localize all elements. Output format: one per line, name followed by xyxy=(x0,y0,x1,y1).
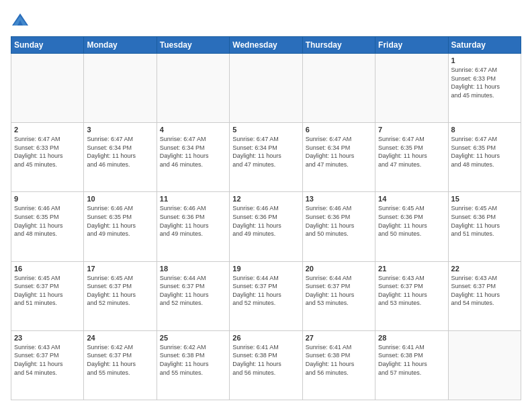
day-number: 15 xyxy=(451,195,518,203)
day-info: Sunrise: 6:47 AM Sunset: 6:35 PM Dayligh… xyxy=(378,135,445,169)
day-number: 27 xyxy=(306,334,372,342)
day-number: 4 xyxy=(160,126,226,134)
day-number: 17 xyxy=(87,265,153,273)
calendar-cell: 14Sunrise: 6:45 AM Sunset: 6:36 PM Dayli… xyxy=(375,192,448,261)
calendar-cell: 24Sunrise: 6:42 AM Sunset: 6:37 PM Dayli… xyxy=(84,330,157,400)
calendar-cell: 20Sunrise: 6:44 AM Sunset: 6:37 PM Dayli… xyxy=(302,261,375,330)
day-info: Sunrise: 6:43 AM Sunset: 6:37 PM Dayligh… xyxy=(451,274,518,308)
day-number: 19 xyxy=(232,265,299,273)
calendar-cell: 21Sunrise: 6:43 AM Sunset: 6:37 PM Dayli… xyxy=(375,261,448,330)
day-info: Sunrise: 6:47 AM Sunset: 6:34 PM Dayligh… xyxy=(160,135,226,169)
day-info: Sunrise: 6:47 AM Sunset: 6:33 PM Dayligh… xyxy=(451,66,518,99)
calendar-cell xyxy=(84,54,157,123)
calendar-cell: 26Sunrise: 6:41 AM Sunset: 6:38 PM Dayli… xyxy=(230,330,302,400)
calendar-cell: 18Sunrise: 6:44 AM Sunset: 6:37 PM Dayli… xyxy=(157,261,229,330)
day-info: Sunrise: 6:46 AM Sunset: 6:36 PM Dayligh… xyxy=(306,204,372,238)
week-row-4: 23Sunrise: 6:43 AM Sunset: 6:37 PM Dayli… xyxy=(11,330,521,400)
day-number: 22 xyxy=(451,265,518,273)
calendar-cell: 17Sunrise: 6:45 AM Sunset: 6:37 PM Dayli… xyxy=(84,261,157,330)
calendar-cell: 12Sunrise: 6:46 AM Sunset: 6:36 PM Dayli… xyxy=(230,192,302,261)
week-row-3: 16Sunrise: 6:45 AM Sunset: 6:37 PM Dayli… xyxy=(11,261,521,330)
day-number: 2 xyxy=(14,126,81,134)
calendar-cell xyxy=(375,54,448,123)
calendar-table: SundayMondayTuesdayWednesdayThursdayFrid… xyxy=(11,36,521,400)
day-number: 10 xyxy=(87,195,153,203)
calendar-cell: 9Sunrise: 6:46 AM Sunset: 6:35 PM Daylig… xyxy=(11,192,84,261)
day-number: 26 xyxy=(232,334,299,342)
day-info: Sunrise: 6:47 AM Sunset: 6:33 PM Dayligh… xyxy=(14,135,81,169)
calendar-cell xyxy=(11,54,84,123)
calendar-cell: 19Sunrise: 6:44 AM Sunset: 6:37 PM Dayli… xyxy=(230,261,302,330)
weekday-header-thursday: Thursday xyxy=(302,37,375,54)
calendar-cell: 15Sunrise: 6:45 AM Sunset: 6:36 PM Dayli… xyxy=(448,192,521,261)
day-info: Sunrise: 6:47 AM Sunset: 6:35 PM Dayligh… xyxy=(451,135,518,169)
day-info: Sunrise: 6:45 AM Sunset: 6:37 PM Dayligh… xyxy=(87,274,153,308)
day-info: Sunrise: 6:47 AM Sunset: 6:34 PM Dayligh… xyxy=(306,135,372,169)
calendar-cell: 2Sunrise: 6:47 AM Sunset: 6:33 PM Daylig… xyxy=(11,123,84,192)
day-info: Sunrise: 6:44 AM Sunset: 6:37 PM Dayligh… xyxy=(306,274,372,308)
day-number: 12 xyxy=(232,195,299,203)
day-number: 11 xyxy=(160,195,226,203)
calendar-cell: 13Sunrise: 6:46 AM Sunset: 6:36 PM Dayli… xyxy=(302,192,375,261)
calendar-cell: 6Sunrise: 6:47 AM Sunset: 6:34 PM Daylig… xyxy=(302,123,375,192)
day-number: 1 xyxy=(451,56,518,64)
logo xyxy=(11,11,32,30)
calendar-cell: 1Sunrise: 6:47 AM Sunset: 6:33 PM Daylig… xyxy=(448,54,521,123)
day-number: 7 xyxy=(378,126,445,134)
day-number: 9 xyxy=(14,195,81,203)
week-row-1: 2Sunrise: 6:47 AM Sunset: 6:33 PM Daylig… xyxy=(11,123,521,192)
day-info: Sunrise: 6:45 AM Sunset: 6:37 PM Dayligh… xyxy=(14,274,81,308)
calendar-cell xyxy=(448,330,521,400)
day-number: 18 xyxy=(160,265,226,273)
day-info: Sunrise: 6:47 AM Sunset: 6:34 PM Dayligh… xyxy=(87,135,153,169)
day-number: 13 xyxy=(306,195,372,203)
week-row-2: 9Sunrise: 6:46 AM Sunset: 6:35 PM Daylig… xyxy=(11,192,521,261)
calendar-cell: 28Sunrise: 6:41 AM Sunset: 6:38 PM Dayli… xyxy=(375,330,448,400)
calendar-cell: 22Sunrise: 6:43 AM Sunset: 6:37 PM Dayli… xyxy=(448,261,521,330)
day-info: Sunrise: 6:44 AM Sunset: 6:37 PM Dayligh… xyxy=(232,274,299,308)
calendar-cell: 4Sunrise: 6:47 AM Sunset: 6:34 PM Daylig… xyxy=(157,123,229,192)
calendar-cell: 3Sunrise: 6:47 AM Sunset: 6:34 PM Daylig… xyxy=(84,123,157,192)
day-number: 6 xyxy=(306,126,372,134)
day-number: 20 xyxy=(306,265,372,273)
day-info: Sunrise: 6:45 AM Sunset: 6:36 PM Dayligh… xyxy=(378,204,445,238)
day-number: 5 xyxy=(232,126,299,134)
day-info: Sunrise: 6:47 AM Sunset: 6:34 PM Dayligh… xyxy=(232,135,299,169)
calendar-cell: 23Sunrise: 6:43 AM Sunset: 6:37 PM Dayli… xyxy=(11,330,84,400)
day-info: Sunrise: 6:45 AM Sunset: 6:36 PM Dayligh… xyxy=(451,204,518,238)
day-info: Sunrise: 6:46 AM Sunset: 6:36 PM Dayligh… xyxy=(160,204,226,238)
week-row-0: 1Sunrise: 6:47 AM Sunset: 6:33 PM Daylig… xyxy=(11,54,521,123)
day-info: Sunrise: 6:44 AM Sunset: 6:37 PM Dayligh… xyxy=(160,274,226,308)
day-number: 28 xyxy=(378,334,445,342)
day-number: 24 xyxy=(87,334,153,342)
day-info: Sunrise: 6:43 AM Sunset: 6:37 PM Dayligh… xyxy=(378,274,445,308)
calendar-cell: 27Sunrise: 6:41 AM Sunset: 6:38 PM Dayli… xyxy=(302,330,375,400)
weekday-header-saturday: Saturday xyxy=(448,37,521,54)
day-info: Sunrise: 6:42 AM Sunset: 6:38 PM Dayligh… xyxy=(160,343,226,377)
weekday-header-row: SundayMondayTuesdayWednesdayThursdayFrid… xyxy=(11,37,521,54)
day-info: Sunrise: 6:43 AM Sunset: 6:37 PM Dayligh… xyxy=(14,343,81,377)
day-info: Sunrise: 6:42 AM Sunset: 6:37 PM Dayligh… xyxy=(87,343,153,377)
day-number: 16 xyxy=(14,265,81,273)
calendar-cell: 11Sunrise: 6:46 AM Sunset: 6:36 PM Dayli… xyxy=(157,192,229,261)
calendar-cell xyxy=(157,54,229,123)
day-info: Sunrise: 6:41 AM Sunset: 6:38 PM Dayligh… xyxy=(306,343,372,377)
calendar-cell: 8Sunrise: 6:47 AM Sunset: 6:35 PM Daylig… xyxy=(448,123,521,192)
day-info: Sunrise: 6:46 AM Sunset: 6:36 PM Dayligh… xyxy=(232,204,299,238)
calendar-cell xyxy=(230,54,302,123)
weekday-header-monday: Monday xyxy=(84,37,157,54)
weekday-header-friday: Friday xyxy=(375,37,448,54)
weekday-header-tuesday: Tuesday xyxy=(157,37,229,54)
day-number: 8 xyxy=(451,126,518,134)
day-number: 21 xyxy=(378,265,445,273)
day-info: Sunrise: 6:46 AM Sunset: 6:35 PM Dayligh… xyxy=(87,204,153,238)
calendar-cell: 25Sunrise: 6:42 AM Sunset: 6:38 PM Dayli… xyxy=(157,330,229,400)
calendar-cell: 10Sunrise: 6:46 AM Sunset: 6:35 PM Dayli… xyxy=(84,192,157,261)
day-info: Sunrise: 6:46 AM Sunset: 6:35 PM Dayligh… xyxy=(14,204,81,238)
day-number: 25 xyxy=(160,334,226,342)
weekday-header-wednesday: Wednesday xyxy=(230,37,302,54)
calendar-cell: 7Sunrise: 6:47 AM Sunset: 6:35 PM Daylig… xyxy=(375,123,448,192)
day-number: 23 xyxy=(14,334,81,342)
day-info: Sunrise: 6:41 AM Sunset: 6:38 PM Dayligh… xyxy=(232,343,299,377)
page: SundayMondayTuesdayWednesdayThursdayFrid… xyxy=(0,0,532,411)
